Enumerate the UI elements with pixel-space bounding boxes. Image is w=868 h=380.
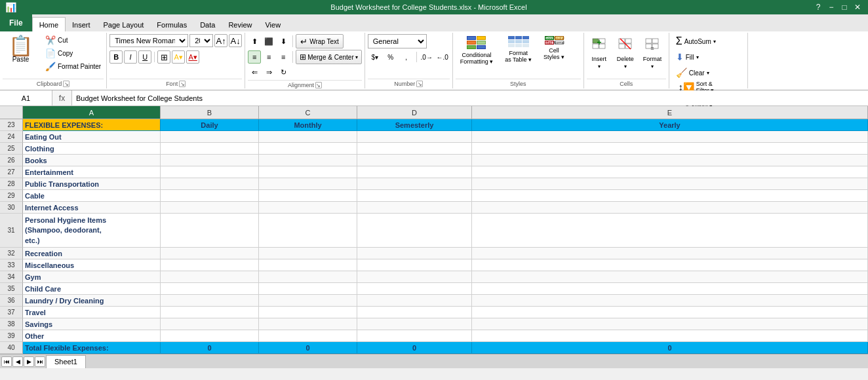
row-num-34[interactable]: 34 bbox=[0, 271, 23, 283]
row-num-28[interactable]: 28 bbox=[0, 178, 23, 190]
cell-b37[interactable] bbox=[161, 307, 259, 318]
cell-a25[interactable]: Clothing bbox=[23, 143, 161, 155]
row-num-23[interactable]: 23 bbox=[0, 119, 23, 131]
cell-b30[interactable] bbox=[161, 202, 259, 214]
indent-increase-btn[interactable]: ⇒ bbox=[262, 66, 275, 79]
cell-a26[interactable]: Books bbox=[23, 155, 161, 166]
cell-b24[interactable] bbox=[161, 131, 259, 143]
tab-home[interactable]: Home bbox=[32, 17, 66, 31]
cell-b29[interactable] bbox=[161, 190, 259, 202]
cell-a31[interactable]: Personal Hygiene Items(Shampoo, deodoran… bbox=[23, 214, 161, 248]
bold-button[interactable]: B bbox=[109, 50, 123, 64]
cell-c24[interactable] bbox=[259, 131, 357, 143]
italic-button[interactable]: I bbox=[124, 50, 137, 64]
cell-d25[interactable] bbox=[357, 143, 472, 155]
alignment-expand[interactable]: ↘ bbox=[315, 82, 322, 88]
row-num-31[interactable]: 31 bbox=[0, 214, 23, 248]
col-header-e[interactable]: E bbox=[472, 106, 868, 119]
cell-c35[interactable] bbox=[259, 283, 357, 295]
conditional-formatting-button[interactable]: Conditional Formatting ▾ bbox=[456, 34, 498, 67]
row-num-40[interactable]: 40 bbox=[0, 342, 23, 354]
cell-b27[interactable] bbox=[161, 166, 259, 178]
cell-d40[interactable]: 0 bbox=[357, 342, 472, 354]
cell-e33[interactable] bbox=[472, 259, 868, 271]
cell-c40[interactable]: 0 bbox=[259, 342, 357, 354]
cell-c34[interactable] bbox=[259, 271, 357, 283]
row-num-29[interactable]: 29 bbox=[0, 190, 23, 202]
cell-e32[interactable] bbox=[472, 248, 868, 259]
cell-c23[interactable]: Monthly bbox=[259, 119, 357, 131]
cell-b32[interactable] bbox=[161, 248, 259, 259]
cell-e39[interactable] bbox=[472, 330, 868, 342]
merge-center-button[interactable]: ⊞ Merge & Center ▾ bbox=[296, 50, 362, 64]
cell-d32[interactable] bbox=[357, 248, 472, 259]
cell-d38[interactable] bbox=[357, 318, 472, 330]
font-family-select[interactable]: Times New Roman bbox=[109, 34, 188, 47]
paste-button[interactable]: 📋 Paste bbox=[3, 34, 39, 65]
cell-c33[interactable] bbox=[259, 259, 357, 271]
cell-c27[interactable] bbox=[259, 166, 357, 178]
border-button[interactable]: ⊞ bbox=[157, 50, 170, 64]
cell-e29[interactable] bbox=[472, 190, 868, 202]
cell-d28[interactable] bbox=[357, 178, 472, 190]
indent-decrease-btn[interactable]: ⇐ bbox=[248, 66, 261, 79]
cell-b28[interactable] bbox=[161, 178, 259, 190]
cell-b23[interactable]: Daily bbox=[161, 119, 259, 131]
cell-a28[interactable]: Public Transportation bbox=[23, 178, 161, 190]
row-num-30[interactable]: 30 bbox=[0, 202, 23, 214]
cell-e30[interactable] bbox=[472, 202, 868, 214]
row-num-24[interactable]: 24 bbox=[0, 131, 23, 143]
cell-a24[interactable]: Eating Out bbox=[23, 131, 161, 143]
cell-d29[interactable] bbox=[357, 190, 472, 202]
wrap-text-button[interactable]: ↵ Wrap Text bbox=[296, 34, 344, 48]
cell-b38[interactable] bbox=[161, 318, 259, 330]
cell-b36[interactable] bbox=[161, 295, 259, 307]
decrease-font-btn[interactable]: A↓ bbox=[229, 34, 242, 47]
row-num-35[interactable]: 35 bbox=[0, 283, 23, 295]
cell-e23[interactable]: Yearly bbox=[472, 119, 868, 131]
increase-font-btn[interactable]: A↑ bbox=[214, 34, 227, 47]
col-header-d[interactable]: D bbox=[357, 106, 472, 119]
cell-e37[interactable] bbox=[472, 307, 868, 318]
row-num-36[interactable]: 36 bbox=[0, 295, 23, 307]
cell-b33[interactable] bbox=[161, 259, 259, 271]
cell-e25[interactable] bbox=[472, 143, 868, 155]
cell-e38[interactable] bbox=[472, 318, 868, 330]
cell-a33[interactable]: Miscellaneous bbox=[23, 259, 161, 271]
cell-e27[interactable] bbox=[472, 166, 868, 178]
cell-a40[interactable]: Total Flexible Expenses: bbox=[23, 342, 161, 354]
cell-e40[interactable]: 0 bbox=[472, 342, 868, 354]
cell-d27[interactable] bbox=[357, 166, 472, 178]
cell-c31[interactable] bbox=[259, 214, 357, 248]
col-header-a[interactable]: A bbox=[23, 106, 161, 119]
font-color-button[interactable]: A▾ bbox=[186, 50, 199, 64]
cell-a36[interactable]: Laundry / Dry Cleaning bbox=[23, 295, 161, 307]
cell-a32[interactable]: Recreation bbox=[23, 248, 161, 259]
window-controls[interactable]: ? − □ ✕ bbox=[813, 3, 863, 12]
format-button[interactable]: ≡ Format ▾ bbox=[639, 34, 666, 71]
cell-c32[interactable] bbox=[259, 248, 357, 259]
row-num-37[interactable]: 37 bbox=[0, 307, 23, 318]
cell-a23[interactable]: FLEXIBLE EXPENSES: bbox=[23, 119, 161, 131]
cell-e36[interactable] bbox=[472, 295, 868, 307]
number-format-select[interactable]: General bbox=[368, 34, 427, 48]
cell-c28[interactable] bbox=[259, 178, 357, 190]
font-expand[interactable]: ↘ bbox=[179, 81, 186, 87]
row-num-39[interactable]: 39 bbox=[0, 330, 23, 342]
cell-d24[interactable] bbox=[357, 131, 472, 143]
cell-b26[interactable] bbox=[161, 155, 259, 166]
tab-data[interactable]: Data bbox=[193, 17, 222, 31]
clipboard-expand[interactable]: ↘ bbox=[63, 81, 69, 87]
cell-b40[interactable]: 0 bbox=[161, 342, 259, 354]
cell-d23[interactable]: Semesterly bbox=[357, 119, 472, 131]
cell-d26[interactable] bbox=[357, 155, 472, 166]
autosum-button[interactable]: Σ AutoSum ▾ bbox=[672, 34, 720, 48]
sheet-nav-prev[interactable]: ◀ bbox=[12, 356, 23, 367]
fill-button[interactable]: ⬇ Fill ▾ bbox=[672, 50, 703, 64]
cell-styles-button[interactable]: Good Neutral Bad Normal Cell Styles ▾ bbox=[539, 34, 569, 62]
cell-e34[interactable] bbox=[472, 271, 868, 283]
cell-d31[interactable] bbox=[357, 214, 472, 248]
row-num-26[interactable]: 26 bbox=[0, 155, 23, 166]
insert-button[interactable]: + Insert ▾ bbox=[587, 34, 612, 71]
underline-button[interactable]: U bbox=[138, 50, 151, 64]
